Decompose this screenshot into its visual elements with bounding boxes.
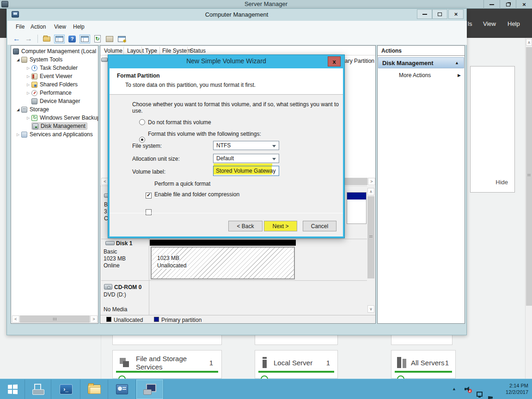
taskbar-gateway-config[interactable] (109, 380, 136, 399)
notifications-flag-icon[interactable]: x (488, 396, 493, 399)
export-settings-icon[interactable] (117, 35, 126, 43)
column-status[interactable]: Status (190, 48, 206, 54)
expander-closed-icon[interactable] (15, 133, 21, 137)
show-hidden-icons-button[interactable]: ▲ (452, 387, 456, 391)
refresh-icon[interactable]: ↻ (93, 35, 102, 43)
expander-closed-icon[interactable] (25, 74, 31, 79)
properties-icon[interactable] (105, 35, 114, 43)
menu-help[interactable]: Help (73, 24, 85, 30)
scroll-right-icon[interactable]: > (90, 315, 98, 323)
sm-menu-view[interactable]: View (483, 20, 496, 27)
tree-item-device-manager[interactable]: Device Manager (11, 97, 98, 105)
menu-file[interactable]: File (16, 24, 24, 30)
volume-label-input[interactable]: Stored Volume Gateway (213, 166, 279, 176)
tree-item-task-scheduler[interactable]: Task Scheduler (11, 64, 98, 72)
radio-format-volume[interactable] (139, 137, 145, 143)
quick-format-label[interactable]: Perform a quick format (154, 181, 210, 187)
expander-closed-icon[interactable] (25, 83, 31, 87)
tree-item-system-tools[interactable]: System Tools (11, 55, 98, 64)
actions-more-actions[interactable]: More Actions ▶ (378, 71, 465, 80)
radio-do-not-format[interactable] (139, 119, 145, 125)
cm-close-button[interactable]: × (448, 9, 464, 19)
collapse-icon[interactable]: ▲ (455, 60, 459, 65)
tree-item-services-and-applications[interactable]: Services and Applications (11, 130, 98, 139)
disk1-unallocated-region[interactable]: 1023 MB Unallocated (151, 247, 295, 279)
menu-action[interactable]: Action (31, 24, 46, 30)
sm-close-button[interactable]: × (516, 0, 532, 9)
menu-view[interactable]: View (54, 24, 66, 30)
actions-group-disk-management[interactable]: Disk Management ▲ (378, 57, 464, 68)
allocation-unit-select[interactable]: Default (213, 154, 279, 163)
up-one-level-icon[interactable] (42, 35, 51, 43)
wizard-title: New Simple Volume Wizard (108, 57, 344, 65)
scroll-up-icon[interactable]: ∧ (526, 39, 532, 46)
compression-checkbox[interactable] (146, 209, 152, 215)
disk1-icon (105, 241, 115, 245)
scroll-thumb[interactable] (367, 196, 374, 278)
expander-closed-icon[interactable] (25, 91, 31, 95)
tree-horizontal-scrollbar[interactable]: < > (12, 315, 98, 323)
scroll-right-icon[interactable]: > (368, 178, 375, 185)
sm-menu-tools-partial[interactable]: ls (468, 20, 472, 27)
tree-item-performance[interactable]: Performance (11, 89, 98, 97)
taskbar-server-manager[interactable] (25, 380, 51, 399)
radio-do-not-format-label[interactable]: Do not format this volume (148, 119, 211, 126)
taskbar-computer-management[interactable] (136, 380, 164, 399)
tree-item-shared-folders[interactable]: Shared Folders (11, 80, 98, 89)
tile-status-bar (395, 371, 452, 373)
taskbar-file-explorer[interactable] (81, 380, 108, 399)
file-system-select[interactable]: NTFS (213, 141, 279, 150)
disk0-partition-box[interactable] (347, 192, 367, 224)
tree-item-storage[interactable]: Storage (11, 105, 98, 114)
back-button[interactable]: < Back (228, 221, 263, 231)
disk0-text-partial: B (104, 201, 108, 208)
sm-minimize-button[interactable] (483, 0, 500, 9)
sm-restore-button[interactable] (500, 0, 516, 9)
quick-format-checkbox[interactable] (146, 193, 152, 199)
column-type[interactable]: Type (145, 48, 157, 54)
radio-format-volume-label[interactable]: Format this volume with the following se… (148, 131, 261, 137)
expander-closed-icon[interactable] (25, 116, 31, 120)
back-icon[interactable]: ← (12, 35, 21, 43)
cm-minimize-button[interactable] (417, 9, 432, 19)
disk1-name[interactable]: Disk 1 (116, 240, 132, 247)
network-icon[interactable] (477, 392, 483, 397)
expander-open-icon[interactable] (15, 108, 21, 112)
scroll-thumb[interactable] (20, 315, 90, 323)
show-console-tree-icon[interactable] (54, 35, 65, 43)
minimize-icon (422, 14, 427, 15)
cm-maximize-button[interactable] (432, 9, 447, 19)
sm-vertical-scrollbar[interactable]: ∧ (525, 38, 532, 379)
allocation-unit-label: Allocation unit size: (132, 156, 180, 162)
show-action-pane-icon[interactable] (79, 35, 90, 43)
cancel-button[interactable]: Cancel (303, 221, 336, 231)
sm-menu-help[interactable]: Help (508, 20, 520, 27)
taskbar-powershell[interactable]: ›_ (52, 380, 80, 399)
main-vertical-scrollbar[interactable]: ∧ ∨ (367, 186, 375, 315)
tile-all-servers[interactable]: All Servers 1 (391, 350, 456, 379)
scroll-down-icon[interactable]: ∨ (367, 305, 374, 313)
column-volume[interactable]: Volume (104, 48, 122, 54)
forward-icon[interactable]: → (24, 35, 33, 43)
tree-item-disk-management[interactable]: Disk Management (11, 122, 98, 130)
expander-open-icon[interactable] (15, 58, 21, 62)
next-button[interactable]: Next > (264, 221, 297, 231)
tree-item-computer-management[interactable]: Computer Management (Local (11, 47, 98, 55)
expander-closed-icon[interactable] (25, 66, 31, 70)
help-icon[interactable]: ? (67, 35, 77, 43)
tree-item-event-viewer[interactable]: Event Viewer (11, 72, 98, 80)
scroll-thumb[interactable] (526, 47, 532, 306)
cdrom-name[interactable]: CD-ROM 0 (114, 284, 141, 290)
start-button[interactable] (0, 380, 25, 399)
scroll-left-icon[interactable]: < (12, 315, 19, 323)
powershell-icon: ›_ (60, 384, 73, 394)
flyout-hide-link[interactable]: Hide (495, 179, 508, 186)
taskbar-clock[interactable]: 2:14 PM 12/2/2017 (496, 382, 528, 395)
wizard-close-button[interactable]: x (328, 56, 341, 66)
tile-file-storage-services[interactable]: File and Storage Services 1 (112, 350, 222, 379)
tile-local-server[interactable]: Local Server 1 (255, 350, 338, 379)
volume-icon[interactable]: x (465, 387, 470, 392)
compression-label[interactable]: Enable file and folder compression (154, 191, 239, 198)
tree-item-windows-server-backup[interactable]: Windows Server Backup (11, 114, 98, 122)
scroll-up-icon[interactable]: ∧ (367, 188, 374, 195)
